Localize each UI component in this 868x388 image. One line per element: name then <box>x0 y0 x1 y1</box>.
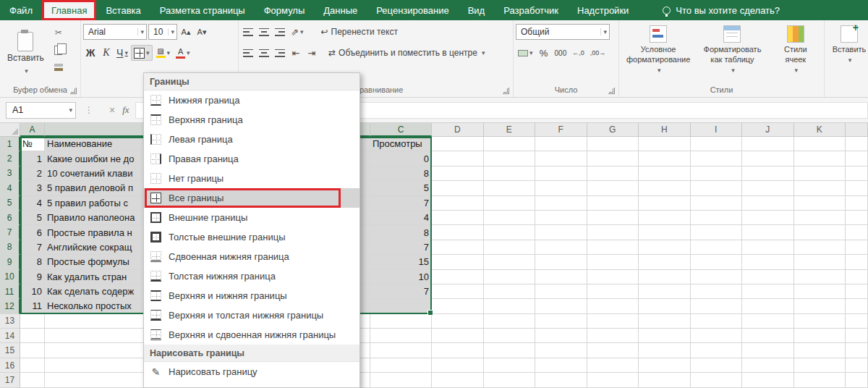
cell-I2[interactable] <box>691 151 743 166</box>
cell-D9[interactable] <box>432 255 484 269</box>
cell-I14[interactable] <box>691 329 743 343</box>
cell-J16[interactable] <box>742 358 794 373</box>
column-header-K[interactable]: K <box>794 123 846 137</box>
menu-item-draw-border[interactable]: ✎Нарисовать границу <box>144 362 359 381</box>
cell-C11[interactable]: 7 <box>370 284 432 299</box>
cell-G15[interactable] <box>587 343 639 358</box>
cell-C2[interactable]: 0 <box>370 151 432 166</box>
cell-D1[interactable] <box>432 137 484 151</box>
cell-G9[interactable] <box>587 255 639 269</box>
cell-I6[interactable] <box>691 211 743 225</box>
cell-A5[interactable]: 4 <box>20 196 45 211</box>
cell-G5[interactable] <box>587 196 639 211</box>
cell-F8[interactable] <box>535 240 587 255</box>
insert-cells-button[interactable]: Вставить <box>827 22 868 85</box>
cell-I7[interactable] <box>691 225 743 240</box>
cell-K12[interactable] <box>794 299 846 313</box>
cell-E3[interactable] <box>484 166 536 181</box>
conditional-formatting-button[interactable]: Условное форматирование <box>624 22 693 85</box>
paste-dropdown-caret-icon[interactable] <box>23 64 28 75</box>
cell-H11[interactable] <box>639 284 691 299</box>
cell-J3[interactable] <box>742 166 794 181</box>
cell-D4[interactable] <box>432 181 484 195</box>
row-header-16[interactable]: 16 <box>0 358 20 373</box>
cell-E17[interactable] <box>484 373 536 387</box>
cell-F10[interactable] <box>535 270 587 284</box>
borders-button[interactable] <box>131 45 153 61</box>
cell-G7[interactable] <box>587 225 639 240</box>
cell-F3[interactable] <box>535 166 587 181</box>
menu-item-none-border[interactable]: Нет границы <box>144 169 359 188</box>
cell-F11[interactable] <box>535 284 587 299</box>
cell-D2[interactable] <box>432 151 484 166</box>
cell-E11[interactable] <box>484 284 536 299</box>
row-header-15[interactable]: 15 <box>0 343 20 358</box>
row-header-3[interactable]: 3 <box>0 166 20 181</box>
cell-K4[interactable] <box>794 181 846 195</box>
cell-H3[interactable] <box>639 166 691 181</box>
menu-item-all-border[interactable]: Все границы <box>144 188 359 208</box>
cell-K15[interactable] <box>794 343 846 358</box>
clipboard-dialog-launcher-icon[interactable] <box>70 88 77 94</box>
cell-F2[interactable] <box>535 151 587 166</box>
row-header-8[interactable]: 8 <box>0 240 20 255</box>
row-header-7[interactable]: 7 <box>0 225 20 240</box>
cell-I15[interactable] <box>691 343 743 358</box>
cell-E6[interactable] <box>484 211 536 225</box>
format-as-table-button[interactable]: Форматировать как таблицу <box>697 22 767 85</box>
cell-J14[interactable] <box>742 329 794 343</box>
cell-I4[interactable] <box>691 181 743 195</box>
cell-H8[interactable] <box>639 240 691 255</box>
cell-J8[interactable] <box>742 240 794 255</box>
cell-K14[interactable] <box>794 329 846 343</box>
row-header-5[interactable]: 5 <box>0 196 20 211</box>
cell-E9[interactable] <box>484 255 536 269</box>
cell-A7[interactable]: 6 <box>20 225 45 240</box>
cell-G13[interactable] <box>587 314 639 329</box>
menu-item-right-border[interactable]: Правая граница <box>144 149 359 169</box>
cell-G2[interactable] <box>587 151 639 166</box>
align-center-button[interactable] <box>257 45 271 61</box>
column-header-F[interactable]: F <box>535 123 587 137</box>
row-header-17[interactable]: 17 <box>0 373 20 387</box>
cell-A11[interactable]: 10 <box>20 284 45 299</box>
cell-A1[interactable]: № <box>20 137 45 151</box>
cell-A14[interactable] <box>20 329 45 343</box>
cell-K13[interactable] <box>794 314 846 329</box>
cell-E1[interactable] <box>484 137 536 151</box>
cell-D16[interactable] <box>432 358 484 373</box>
cell-G6[interactable] <box>587 211 639 225</box>
tab-review[interactable]: Рецензирование <box>367 0 458 20</box>
cell-K7[interactable] <box>794 225 846 240</box>
cell-J5[interactable] <box>742 196 794 211</box>
decrease-decimal-button[interactable]: ,00→ <box>588 45 608 61</box>
cell-H6[interactable] <box>639 211 691 225</box>
cell-C4[interactable]: 5 <box>370 181 432 195</box>
tab-home[interactable]: Главная <box>42 0 96 20</box>
cell-A13[interactable] <box>20 314 45 329</box>
column-header-I[interactable]: I <box>691 123 743 137</box>
cell-D14[interactable] <box>432 329 484 343</box>
cell-C5[interactable]: 7 <box>370 196 432 211</box>
column-header-J[interactable]: J <box>742 123 794 137</box>
name-box[interactable]: A1 ▾ <box>6 102 76 119</box>
cell-A4[interactable]: 3 <box>20 181 45 195</box>
column-header-E[interactable]: E <box>484 123 536 137</box>
cell-D5[interactable] <box>432 196 484 211</box>
cell-C1[interactable]: Просмотры <box>370 137 432 151</box>
cell-F5[interactable] <box>535 196 587 211</box>
cell-K17[interactable] <box>794 373 846 387</box>
cell-C3[interactable]: 8 <box>370 166 432 181</box>
cell-I5[interactable] <box>691 196 743 211</box>
font-name-select[interactable]: Arial▾ <box>83 24 147 40</box>
cell-G14[interactable] <box>587 329 639 343</box>
cell-K10[interactable] <box>794 270 846 284</box>
cell-F9[interactable] <box>535 255 587 269</box>
cell-G17[interactable] <box>587 373 639 387</box>
cell-J7[interactable] <box>742 225 794 240</box>
menu-item-thick-bottom-border[interactable]: Толстая нижняя граница <box>144 266 359 286</box>
cell-A17[interactable] <box>20 373 45 387</box>
cell-K11[interactable] <box>794 284 846 299</box>
copy-button[interactable] <box>51 43 67 57</box>
number-dialog-launcher-icon[interactable] <box>608 88 615 94</box>
